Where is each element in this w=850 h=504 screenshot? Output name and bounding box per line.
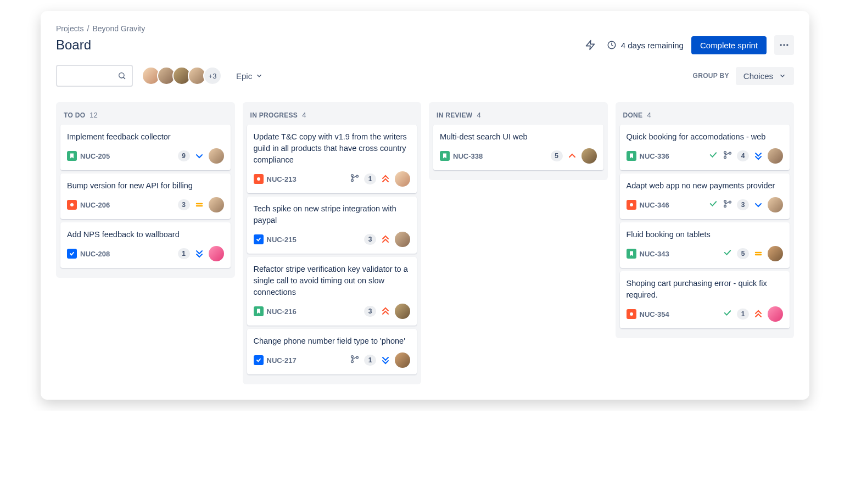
card-footer: NUC-3463: [627, 197, 784, 212]
bug-type-icon: [67, 200, 77, 210]
complete-sprint-button[interactable]: Complete sprint: [691, 36, 767, 54]
assignee-avatar[interactable]: [395, 304, 410, 319]
time-remaining: 4 days remaining: [607, 40, 684, 50]
issue-card[interactable]: Shoping cart purchasing error - quick fi…: [620, 271, 790, 328]
column-count: 4: [647, 111, 651, 119]
svg-point-13: [356, 175, 359, 177]
assignee-avatar[interactable]: [209, 148, 224, 164]
issue-key: NUC-205: [80, 152, 110, 160]
svg-point-7: [70, 203, 74, 206]
issue-card[interactable]: Update T&C copy with v1.9 from the write…: [247, 125, 417, 193]
lightning-icon: [585, 40, 596, 51]
svg-line-6: [124, 77, 125, 79]
issue-card[interactable]: Bump version for new API for billingNUC-…: [60, 173, 231, 219]
column-done: DONE4Quick booking for accomodations - w…: [616, 102, 795, 338]
card-footer: NUC-3385: [440, 148, 597, 164]
card-footer: NUC-2081: [67, 246, 224, 261]
issue-key: NUC-338: [453, 152, 483, 160]
assignee-avatar[interactable]: [768, 148, 783, 164]
issue-card[interactable]: Multi-dest search UI webNUC-3385: [433, 125, 603, 170]
card-footer: NUC-3364: [627, 148, 784, 164]
assignee-avatar[interactable]: [395, 171, 410, 187]
branch-icon: [723, 199, 732, 211]
story-points: 4: [737, 150, 749, 161]
issue-card[interactable]: Add NPS feedback to wallboardNUC-2081: [60, 222, 231, 268]
column-count: 4: [302, 111, 306, 119]
story-type-icon: [627, 249, 636, 259]
search-box[interactable]: [56, 65, 133, 87]
card-footer: NUC-2153: [254, 232, 411, 247]
card-footer: NUC-3541: [627, 306, 784, 322]
breadcrumb-root[interactable]: Projects: [56, 24, 84, 33]
issue-card[interactable]: Implement feedback collectorNUC-2059: [60, 125, 231, 170]
issue-card[interactable]: Refactor stripe verification key validat…: [247, 257, 417, 326]
priority-lowest-icon: [194, 249, 204, 259]
issue-key: NUC-354: [640, 310, 669, 318]
svg-point-15: [351, 361, 354, 363]
assignee-avatar[interactable]: [768, 246, 783, 261]
assignee-avatar[interactable]: [768, 306, 783, 322]
column-in-progress: IN PROGRESS4Update T&C copy with v1.9 fr…: [243, 102, 422, 384]
bug-type-icon: [254, 174, 264, 184]
issue-card[interactable]: Quick booking for accomodations - webNUC…: [620, 125, 790, 170]
issue-key: NUC-213: [267, 175, 297, 183]
check-icon: [723, 248, 732, 260]
card-title: Tech spike on new stripe integration wit…: [254, 203, 411, 226]
svg-point-19: [729, 152, 731, 154]
chevron-down-icon: [255, 72, 263, 80]
svg-marker-0: [586, 41, 594, 50]
card-footer: NUC-2131: [254, 171, 411, 187]
group-by-value: Choices: [743, 71, 773, 81]
branch-icon: [350, 173, 360, 185]
svg-point-11: [351, 175, 354, 177]
story-type-icon: [254, 306, 264, 316]
priority-low-icon: [194, 151, 204, 161]
issue-key: NUC-208: [80, 250, 110, 258]
search-input[interactable]: [63, 71, 118, 80]
card-title: Multi-dest search UI web: [440, 131, 597, 143]
check-icon: [708, 150, 718, 162]
story-points: 1: [364, 355, 376, 366]
more-actions-button[interactable]: [774, 35, 794, 55]
card-footer: NUC-2059: [67, 148, 224, 164]
branch-icon: [350, 354, 360, 366]
issue-key: NUC-217: [267, 356, 297, 365]
svg-point-14: [351, 356, 354, 358]
avatar-overflow[interactable]: +3: [203, 66, 222, 85]
svg-point-5: [119, 73, 124, 78]
assignee-avatar[interactable]: [395, 232, 410, 247]
breadcrumb-project[interactable]: Beyond Gravity: [92, 24, 145, 33]
svg-point-20: [630, 203, 633, 206]
card-footer: NUC-2063: [67, 197, 224, 212]
column-title: IN PROGRESS: [250, 111, 298, 119]
priority-low-icon: [753, 200, 763, 210]
issue-key: NUC-336: [640, 152, 669, 160]
column-header: DONE4: [620, 109, 790, 125]
story-points: 5: [551, 150, 563, 161]
issue-key: NUC-215: [267, 236, 297, 244]
group-by-select[interactable]: Choices: [736, 67, 794, 85]
assignee-avatar[interactable]: [209, 246, 224, 261]
card-title: Update T&C copy with v1.9 from the write…: [254, 131, 411, 166]
svg-point-26: [630, 312, 633, 316]
svg-point-16: [356, 356, 359, 359]
column-title: TO DO: [64, 111, 85, 119]
assignee-avatar[interactable]: [581, 148, 597, 164]
card-title: Fluid booking on tablets: [627, 229, 784, 240]
issue-card[interactable]: Fluid booking on tabletsNUC-3435: [620, 222, 790, 268]
assignee-avatar[interactable]: [395, 352, 410, 368]
search-icon: [118, 71, 126, 80]
column-header: TO DO12: [60, 109, 231, 125]
bug-type-icon: [627, 309, 636, 319]
card-title: Shoping cart purchasing error - quick fi…: [627, 278, 784, 301]
assignee-avatar[interactable]: [768, 197, 783, 212]
epic-filter-button[interactable]: Epic: [231, 68, 269, 84]
issue-card[interactable]: Change phone number field type to 'phone…: [247, 329, 417, 374]
assignee-avatar[interactable]: [209, 197, 224, 212]
issue-card[interactable]: Tech spike on new stripe integration wit…: [247, 197, 417, 254]
task-type-icon: [254, 234, 264, 244]
issue-card[interactable]: Adapt web app no new payments providerNU…: [620, 173, 790, 219]
issue-key: NUC-216: [267, 307, 297, 316]
svg-point-18: [724, 156, 726, 159]
automation-button[interactable]: [581, 36, 599, 54]
